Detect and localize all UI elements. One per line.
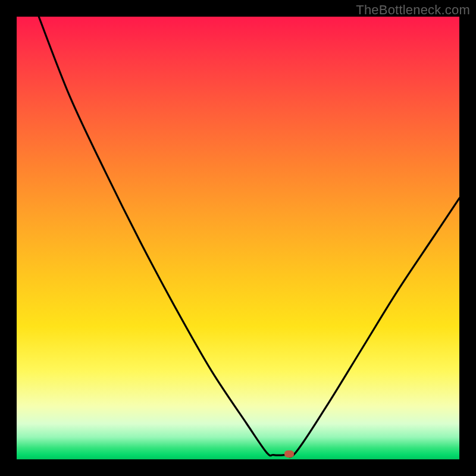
watermark-text: TheBottleneck.com [356,2,470,18]
chart-frame: TheBottleneck.com [0,0,476,476]
optimum-marker [284,450,294,458]
plot-area [17,17,459,459]
bottleneck-curve [17,17,459,459]
